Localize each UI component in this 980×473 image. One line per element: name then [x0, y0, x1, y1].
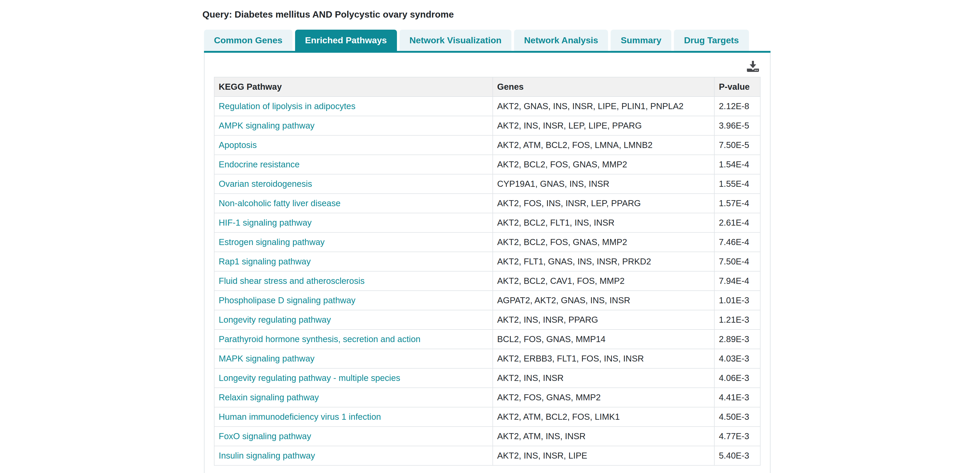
pathway-link[interactable]: Apoptosis	[219, 140, 257, 150]
table-row: Fluid shear stress and atherosclerosisAK…	[214, 271, 760, 290]
pathway-cell: Parathyroid hormone synthesis, secretion…	[214, 330, 493, 349]
pvalue-cell: 2.12E-8	[714, 97, 760, 116]
pathway-link[interactable]: Insulin signaling pathway	[219, 451, 315, 460]
page-title: Query: Diabetes mellitus AND Polycystic …	[202, 9, 770, 20]
pvalue-cell: 7.46E-4	[714, 232, 760, 252]
table-row: MAPK signaling pathwayAKT2, ERBB3, FLT1,…	[214, 349, 760, 368]
pathway-link[interactable]: Rap1 signaling pathway	[219, 257, 310, 266]
table-row: Ovarian steroidogenesisCYP19A1, GNAS, IN…	[214, 174, 760, 194]
pvalue-cell: 4.03E-3	[714, 349, 760, 368]
table-row: Relaxin signaling pathwayAKT2, FOS, GNAS…	[214, 388, 760, 407]
pvalue-cell: 2.89E-3	[714, 330, 760, 349]
pvalue-cell: 1.21E-3	[714, 310, 760, 330]
table-row: Parathyroid hormone synthesis, secretion…	[214, 330, 760, 349]
genes-cell: AKT2, ATM, INS, INSR	[493, 427, 714, 446]
table-row: Insulin signaling pathwayAKT2, INS, INSR…	[214, 446, 760, 465]
pvalue-cell: 7.50E-4	[714, 252, 760, 271]
pvalue-cell: 7.50E-5	[714, 135, 760, 155]
pathway-cell: Relaxin signaling pathway	[214, 388, 493, 407]
table-row: Human immunodeficiency virus 1 infection…	[214, 407, 760, 427]
pathway-link[interactable]: Longevity regulating pathway	[219, 315, 331, 324]
genes-cell: AKT2, FOS, GNAS, MMP2	[493, 388, 714, 407]
pathway-cell: Non-alcoholic fatty liver disease	[214, 194, 493, 213]
pathway-link[interactable]: FoxO signaling pathway	[219, 431, 311, 441]
pathway-link[interactable]: Ovarian steroidogenesis	[219, 179, 312, 189]
pathway-link[interactable]: Parathyroid hormone synthesis, secretion…	[219, 334, 420, 344]
column-header-genes: Genes	[493, 77, 714, 97]
pathway-cell: Longevity regulating pathway	[214, 310, 493, 330]
pvalue-cell: 5.40E-3	[714, 446, 760, 465]
main-content: Query: Diabetes mellitus AND Polycystic …	[204, 0, 770, 473]
pathway-link[interactable]: Estrogen signaling pathway	[219, 237, 325, 247]
pathway-link[interactable]: HIF-1 signaling pathway	[219, 218, 312, 227]
pathway-link[interactable]: Endocrine resistance	[219, 159, 299, 169]
pathways-table: KEGG PathwayGenesP-value Regulation of l…	[214, 77, 760, 466]
pvalue-cell: 2.61E-4	[714, 213, 760, 232]
pathway-cell: Regulation of lipolysis in adipocytes	[214, 97, 493, 116]
table-row: Estrogen signaling pathwayAKT2, BCL2, FO…	[214, 232, 760, 252]
pathway-cell: MAPK signaling pathway	[214, 349, 493, 368]
genes-cell: AKT2, BCL2, CAV1, FOS, MMP2	[493, 271, 714, 290]
table-row: ApoptosisAKT2, ATM, BCL2, FOS, LMNA, LMN…	[214, 135, 760, 155]
pvalue-cell: 4.06E-3	[714, 368, 760, 388]
tab-network-visualization[interactable]: Network Visualization	[399, 30, 512, 51]
table-row: Endocrine resistanceAKT2, BCL2, FOS, GNA…	[214, 155, 760, 174]
table-row: Rap1 signaling pathwayAKT2, FLT1, GNAS, …	[214, 252, 760, 271]
pvalue-cell: 3.96E-5	[714, 116, 760, 135]
table-row: HIF-1 signaling pathwayAKT2, BCL2, FLT1,…	[214, 213, 760, 232]
pathway-link[interactable]: AMPK signaling pathway	[219, 121, 315, 130]
table-row: Regulation of lipolysis in adipocytesAKT…	[214, 97, 760, 116]
column-header-p-value: P-value	[714, 77, 760, 97]
pathway-link[interactable]: Longevity regulating pathway - multiple …	[219, 373, 400, 383]
pathway-cell: Apoptosis	[214, 135, 493, 155]
pathway-cell: Ovarian steroidogenesis	[214, 174, 493, 194]
tab-network-analysis[interactable]: Network Analysis	[514, 30, 608, 51]
column-header-kegg-pathway: KEGG Pathway	[214, 77, 493, 97]
pathway-cell: Rap1 signaling pathway	[214, 252, 493, 271]
pvalue-cell: 4.77E-3	[714, 427, 760, 446]
table-toolbar	[214, 53, 760, 77]
genes-cell: AKT2, INS, INSR, LEP, LIPE, PPARG	[493, 116, 714, 135]
genes-cell: AKT2, BCL2, FOS, GNAS, MMP2	[493, 155, 714, 174]
table-row: Phospholipase D signaling pathwayAGPAT2,…	[214, 290, 760, 310]
genes-cell: BCL2, FOS, GNAS, MMP14	[493, 330, 714, 349]
pathway-link[interactable]: Fluid shear stress and atherosclerosis	[219, 276, 364, 286]
pvalue-cell: 4.41E-3	[714, 388, 760, 407]
tab-summary[interactable]: Summary	[611, 30, 671, 51]
genes-cell: CYP19A1, GNAS, INS, INSR	[493, 174, 714, 194]
pathway-link[interactable]: Non-alcoholic fatty liver disease	[219, 198, 340, 208]
genes-cell: AKT2, INS, INSR	[493, 368, 714, 388]
tab-common-genes[interactable]: Common Genes	[204, 30, 293, 51]
pathway-cell: AMPK signaling pathway	[214, 116, 493, 135]
genes-cell: AKT2, BCL2, FLT1, INS, INSR	[493, 213, 714, 232]
pathway-cell: Longevity regulating pathway - multiple …	[214, 368, 493, 388]
table-row: Longevity regulating pathway - multiple …	[214, 368, 760, 388]
genes-cell: AKT2, BCL2, FOS, GNAS, MMP2	[493, 232, 714, 252]
pvalue-cell: 1.54E-4	[714, 155, 760, 174]
download-icon[interactable]	[747, 61, 759, 72]
genes-cell: AKT2, GNAS, INS, INSR, LIPE, PLIN1, PNPL…	[493, 97, 714, 116]
tab-drug-targets[interactable]: Drug Targets	[674, 30, 749, 51]
pathway-link[interactable]: MAPK signaling pathway	[219, 354, 315, 363]
pathway-cell: Phospholipase D signaling pathway	[214, 290, 493, 310]
table-row: FoxO signaling pathwayAKT2, ATM, INS, IN…	[214, 427, 760, 446]
genes-cell: AKT2, ATM, BCL2, FOS, LIMK1	[493, 407, 714, 427]
pathway-link[interactable]: Phospholipase D signaling pathway	[219, 295, 355, 305]
pvalue-cell: 7.94E-4	[714, 271, 760, 290]
table-row: Non-alcoholic fatty liver diseaseAKT2, F…	[214, 194, 760, 213]
pathway-link[interactable]: Regulation of lipolysis in adipocytes	[219, 101, 355, 111]
pathway-link[interactable]: Human immunodeficiency virus 1 infection	[219, 412, 381, 422]
pathway-link[interactable]: Relaxin signaling pathway	[219, 392, 319, 402]
tab-bar: Common GenesEnriched PathwaysNetwork Vis…	[204, 30, 770, 53]
pathway-cell: HIF-1 signaling pathway	[214, 213, 493, 232]
genes-cell: AKT2, INS, INSR, PPARG	[493, 310, 714, 330]
genes-cell: AKT2, ERBB3, FLT1, FOS, INS, INSR	[493, 349, 714, 368]
tab-enriched-pathways[interactable]: Enriched Pathways	[295, 30, 397, 51]
table-row: Longevity regulating pathwayAKT2, INS, I…	[214, 310, 760, 330]
pathway-cell: Estrogen signaling pathway	[214, 232, 493, 252]
pvalue-cell: 4.50E-3	[714, 407, 760, 427]
table-header-row: KEGG PathwayGenesP-value	[214, 77, 760, 97]
genes-cell: AKT2, ATM, BCL2, FOS, LMNA, LMNB2	[493, 135, 714, 155]
pvalue-cell: 1.01E-3	[714, 290, 760, 310]
pathway-cell: FoxO signaling pathway	[214, 427, 493, 446]
